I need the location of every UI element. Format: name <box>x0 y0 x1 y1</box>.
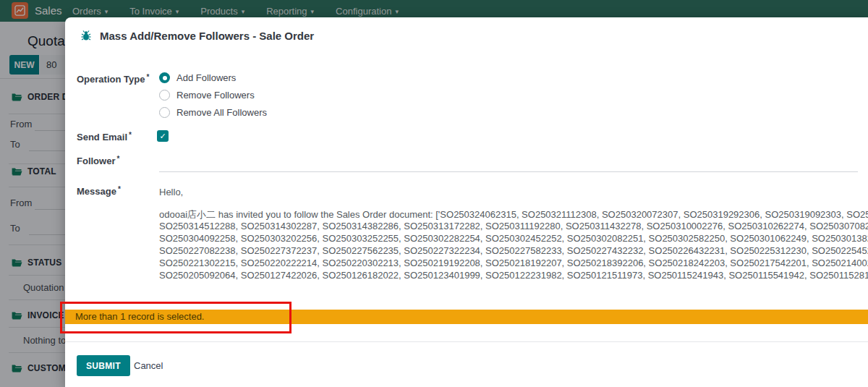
dialog-header: Mass Add/Remove Followers - Sale Order <box>65 17 868 54</box>
message-greeting: Hello, <box>159 187 868 197</box>
operation-type-label: Operation Type* <box>77 73 149 85</box>
radio-remove-followers[interactable]: Remove Followers <box>159 90 255 101</box>
radio-add-followers[interactable]: Add Followers <box>159 72 236 83</box>
message-line: SO250205092064, SO250127422026, SO250126… <box>159 270 868 281</box>
radio-selected-icon[interactable] <box>159 72 170 83</box>
radio-unselected-icon[interactable] <box>159 90 170 101</box>
required-asterisk: * <box>118 185 121 193</box>
required-asterisk: * <box>146 73 149 81</box>
radio-remove-all-followers[interactable]: Remove All Followers <box>159 107 267 118</box>
annotation-red-rectangle <box>60 302 292 333</box>
message-line: SO250304092258, SO250303202256, SO250303… <box>159 233 868 244</box>
message-line: odooai店小二 has invited you to follow the … <box>159 208 868 221</box>
required-asterisk: * <box>116 155 119 163</box>
required-asterisk: * <box>129 131 132 139</box>
message-line: SO250314512288, SO250314302287, SO250314… <box>159 221 868 231</box>
footer-divider <box>65 341 868 342</box>
send-email-label: Send Email* <box>77 131 132 143</box>
dialog-title: Mass Add/Remove Followers - Sale Order <box>100 30 314 42</box>
message-line: SO250227082238, SO250227372237, SO250227… <box>159 245 868 256</box>
message-line: SO250221302215, SO250220222214, SO250220… <box>159 258 868 268</box>
follower-label: Follower* <box>77 155 119 166</box>
radio-unselected-icon[interactable] <box>159 107 170 118</box>
send-email-checkbox[interactable]: ✓ <box>157 130 169 142</box>
cancel-button[interactable]: Cancel <box>134 355 163 376</box>
screen: Sales Orders▾ To Invoice▾ Products▾ Repo… <box>0 0 868 387</box>
follower-input[interactable] <box>159 171 858 172</box>
message-label: Message* <box>77 185 121 197</box>
bug-icon <box>80 30 92 41</box>
submit-button[interactable]: SUBMIT <box>77 355 130 376</box>
